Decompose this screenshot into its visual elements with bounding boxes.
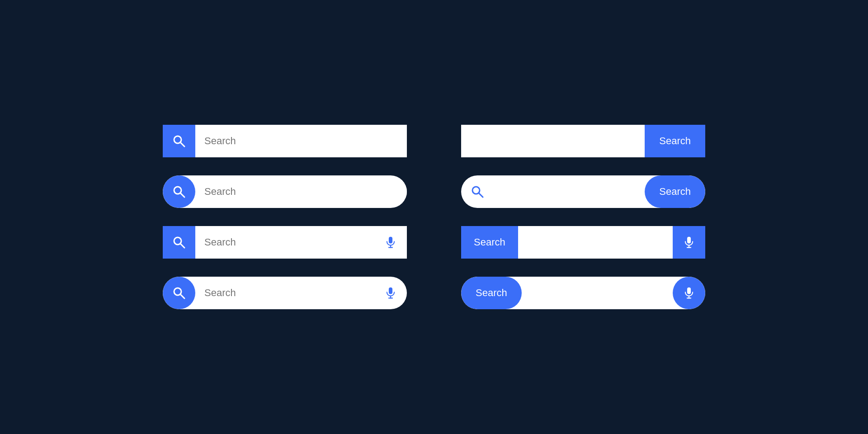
- search-bar-5: Search: [461, 125, 705, 157]
- search-input-8[interactable]: [522, 287, 673, 299]
- search-button-6[interactable]: Search: [645, 175, 705, 208]
- mic-icon: [683, 236, 695, 248]
- search-button-8[interactable]: Search: [461, 277, 522, 309]
- search-icon-button-3[interactable]: [163, 226, 195, 259]
- search-bars-container: Search Search Search: [163, 125, 705, 309]
- search-bar-2: [163, 175, 407, 208]
- svg-rect-6: [389, 237, 392, 244]
- search-input-5[interactable]: [461, 135, 645, 147]
- search-icon-button-4[interactable]: [163, 277, 195, 309]
- search-bar-8: Search: [461, 277, 705, 309]
- right-column: Search Search Search: [461, 125, 705, 309]
- mic-button-8[interactable]: [673, 277, 705, 309]
- svg-line-1: [180, 142, 184, 146]
- search-button-5[interactable]: Search: [645, 125, 705, 157]
- svg-rect-16: [687, 237, 691, 244]
- search-icon-6: [461, 175, 494, 208]
- mic-button-3[interactable]: [374, 226, 407, 259]
- search-bar-7: Search: [461, 226, 705, 259]
- mic-icon: [683, 287, 695, 299]
- svg-line-10: [180, 294, 184, 298]
- left-column: [163, 125, 407, 309]
- search-icon: [172, 235, 186, 250]
- search-input-1[interactable]: [195, 135, 407, 147]
- mic-icon: [385, 236, 396, 248]
- svg-rect-19: [687, 288, 691, 294]
- search-icon-button-1[interactable]: [163, 125, 195, 157]
- svg-line-5: [180, 244, 184, 248]
- search-icon: [172, 134, 186, 148]
- search-icon: [172, 184, 186, 199]
- mic-icon: [385, 287, 396, 299]
- mic-button-7[interactable]: [673, 226, 705, 259]
- search-icon: [172, 286, 186, 300]
- search-bar-3: [163, 226, 407, 259]
- search-input-7[interactable]: [518, 236, 673, 248]
- search-input-6[interactable]: [494, 186, 645, 198]
- search-label-7: Search: [461, 226, 518, 259]
- search-bar-6: Search: [461, 175, 705, 208]
- search-input-2[interactable]: [195, 186, 407, 198]
- svg-rect-11: [389, 288, 392, 294]
- search-input-4[interactable]: [195, 287, 374, 299]
- search-bar-4: [163, 277, 407, 309]
- search-bar-1: [163, 125, 407, 157]
- search-icon: [470, 184, 485, 199]
- search-input-3[interactable]: [195, 236, 374, 248]
- search-icon-button-2[interactable]: [163, 175, 195, 208]
- svg-line-15: [479, 193, 483, 197]
- mic-button-4[interactable]: [374, 277, 407, 309]
- svg-line-3: [180, 193, 184, 197]
